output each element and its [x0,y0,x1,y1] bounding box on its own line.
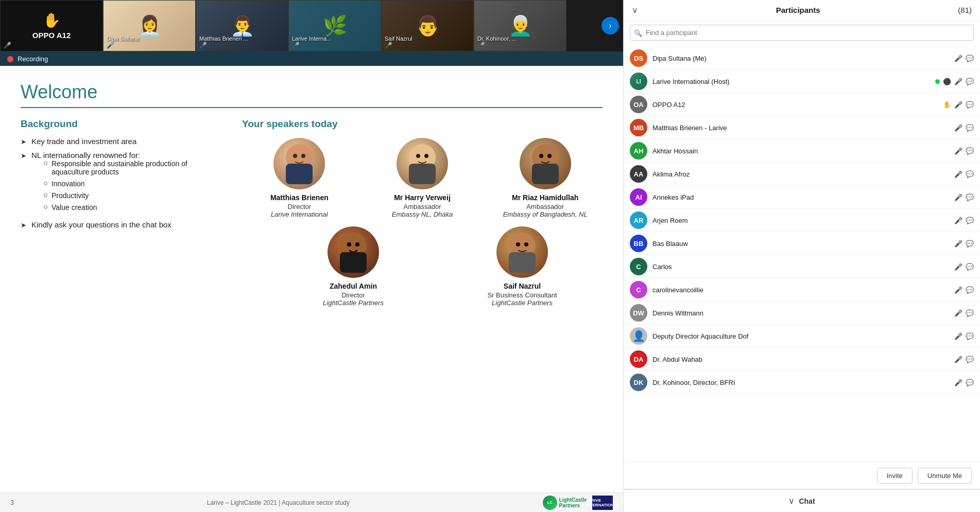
mute-icon-akhtar: 🎤 [954,147,962,155]
oppo-name: OPPO A12 [32,31,71,40]
lc-logo-circle: LC [543,496,557,510]
avatar-dennis: DW [630,304,647,322]
participant-icons-dipa: 🎤 💬 [954,55,974,62]
participant-row-akhtar: AH Akhtar Hossain 🎤 💬 [624,139,980,163]
svg-point-14 [355,242,359,246]
mute-icon-abdul: 🎤 [954,356,962,363]
participant-icons-kohinoor: 🎤 💬 [954,379,974,386]
speaker-org-zahedul: LightCastle Partners [323,299,384,307]
speaker-role-matthias: Director [288,203,312,210]
speakers-title: Your speakers today [242,118,603,130]
tile-name-saif: Saif Nazrul [385,36,412,42]
hand-icon-oppo: ✋ [943,101,951,109]
participant-name-dipa: Dipa Sultana (Me) [652,55,949,62]
participant-name-kohinoor-p: Dr. Kohinoor, Director, BFRI [652,379,949,386]
speaker-harry: Mr Harry Verweij Ambassador Embassy NL, … [365,138,480,218]
speaker-role-zahedul: Director [341,291,365,299]
svg-point-18 [524,242,528,246]
mute-icon-annekes: 🎤 [954,193,962,201]
sub-bullet-2: Innovation [44,180,227,188]
bullet-text-1: Key trade and investment area [31,137,136,146]
face-saif: 👨 [382,1,473,51]
speaker-role-harry: Ambassador [404,203,441,210]
participant-row-annekes: AI Annekes iPad 🎤 💬 [624,186,980,209]
sub-bullet-text-3: Productivity [51,191,89,200]
participant-icons-akhtar: 🎤 💬 [954,147,974,155]
avatar-larive: LI [630,73,647,90]
video-tile-kohinoor: 👨‍🦳 Dr. Kohinoor, ... 🎤 [474,0,566,51]
tile-name-kohinoor: Dr. Kohinoor, ... [477,36,517,42]
collapse-button[interactable]: ∨ [632,5,638,15]
participant-icons-aklima: 🎤 💬 [954,170,974,178]
recording-label: Recording [18,55,48,63]
participant-icons-caroline: 🎤 💬 [954,286,974,294]
speaker-photo-riaz [520,138,571,189]
invite-button[interactable]: Invite [877,468,913,484]
participant-row-larive: LI Larive International (Host) ⚫ 🎤 💬 [624,70,980,93]
speaker-saif-card: Saif Nazrul Sr Business Consultant Light… [442,226,603,307]
avatar-bas: BB [630,235,647,252]
background-title: Background [21,118,227,130]
speaker-role-riaz: Ambassador [526,203,564,210]
online-dot-larive [935,79,940,84]
face-svg-harry [397,138,448,189]
mute-icon-dipa: 🎤 [107,42,114,49]
arrow-icon-2: ➤ [21,152,26,160]
bullet-text-3: Kindly ask your questions in the chat bo… [31,220,171,229]
chat-section[interactable]: ∨ Chat [624,489,980,512]
video-strip: ✋ OPPO A12 🎤 👩‍💼 Dipa Sultana 🎤 👨‍💼 Matt… [0,0,623,51]
svg-point-13 [347,242,351,246]
participant-icons-matthias: 🎤 💬 [954,124,974,132]
participant-name-oppo: OPPO A12 [652,101,938,109]
lightcastle-logo: LC LightCastlePartners [543,496,587,510]
speaker-org-matthias: Larive International [271,210,328,218]
chat-icon-caroline: 💬 [966,286,974,294]
search-icon: 🔍 [634,29,642,37]
participant-icons-arjen: 🎤 💬 [954,217,974,224]
sub-dot-4 [44,205,47,209]
mute-icon-aklima: 🎤 [954,170,962,178]
slide-right: Your speakers today [242,118,603,307]
speaker-name-zahedul: Zahedul Amin [330,282,377,290]
avatar-arjen: AR [630,211,647,229]
mute-icon-carlos: 🎤 [954,263,962,271]
mute-icon-kohinoor: 🎤 [477,42,485,49]
next-page-button[interactable]: › [601,17,619,34]
avatar-matthias-p: MB [630,119,647,136]
face-svg-saif [496,226,548,278]
mute-icon-dennis: 🎤 [954,309,962,317]
sub-bullets: Responsible and sustainable production o… [44,160,227,211]
avatar-kohinoor-p: DK [630,374,647,391]
unmute-me-button[interactable]: Unmute Me [918,468,972,484]
svg-rect-3 [286,164,313,184]
participant-name-deputy: Deputy Director Aquaculture Dof [652,332,949,340]
svg-point-17 [516,242,520,246]
avatar-carlos: C [630,258,647,275]
svg-rect-11 [532,164,559,184]
chat-icon-annekes: 💬 [966,193,974,201]
sub-bullet-text-2: Innovation [51,180,85,188]
search-input[interactable] [630,25,974,41]
participants-sidebar: ∨ Participants (81) 🔍 DS Dipa Sultana (M… [623,0,980,512]
participant-name-carlos: Carlos [652,263,949,271]
speaker-org-riaz: Embassy of Bangladesh, NL [503,210,588,218]
slide-left: Background ➤ Key trade and investment ar… [21,118,227,307]
chat-collapse-icon: ∨ [788,496,795,506]
avatar-oppo: OA [630,96,647,113]
face-matthias: 👨‍💼 [196,1,288,51]
face-svg-riaz [520,138,571,189]
bullet-3: ➤ Kindly ask your questions in the chat … [21,220,227,229]
svg-point-9 [539,154,543,158]
participant-icons-oppo: ✋ 🎤 💬 [943,101,974,109]
chat-icon-oppo-p: 💬 [966,101,974,109]
svg-rect-7 [409,164,436,184]
participant-name-akhtar: Akhtar Hossain [652,147,949,155]
chat-icon-arjen: 💬 [966,217,974,224]
participant-row-kohinoor-p: DK Dr. Kohinoor, Director, BFRI 🎤 💬 [624,371,980,394]
speaker-photo-zahedul [328,226,379,278]
participant-icons-larive: ⚫ 🎤 💬 [935,78,974,85]
sub-bullet-3: Productivity [44,191,227,200]
participant-name-abdul: Dr. Abdul Wahab [652,356,949,363]
avatar-abdul: DA [630,350,647,368]
sub-dot-3 [44,193,47,197]
